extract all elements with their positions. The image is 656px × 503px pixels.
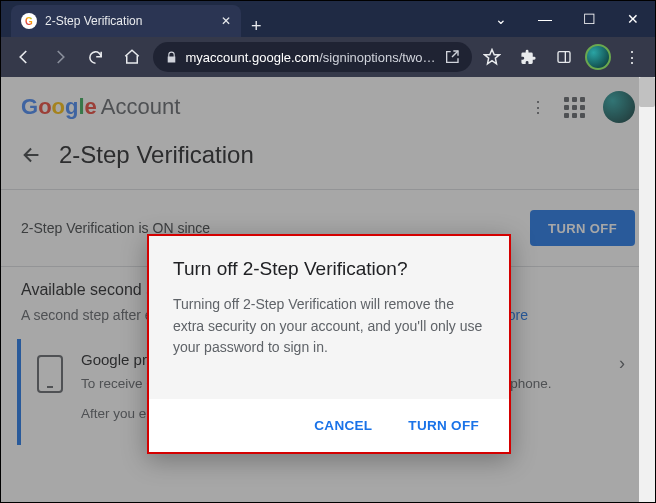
- vertical-scrollbar[interactable]: [639, 77, 655, 502]
- window-close-icon[interactable]: ✕: [611, 1, 655, 37]
- window-minimize-icon[interactable]: ―: [523, 1, 567, 37]
- nav-home-icon[interactable]: [117, 42, 147, 72]
- window-controls: ⌄ ― ☐ ✕: [479, 1, 655, 37]
- confirm-dialog: Turn off 2-Step Verification? Turning of…: [147, 234, 511, 454]
- confirm-turn-off-button[interactable]: TURN OFF: [402, 417, 485, 434]
- tab-title: 2-Step Verification: [45, 14, 142, 28]
- nav-back-icon[interactable]: [9, 42, 39, 72]
- browser-toolbar: myaccount.google.com/signinoptions/two… …: [1, 37, 655, 77]
- sidepanel-icon[interactable]: [549, 42, 579, 72]
- lock-icon: [165, 51, 178, 64]
- cancel-button[interactable]: CANCEL: [308, 417, 378, 434]
- dialog-title: Turn off 2-Step Verification?: [173, 258, 485, 280]
- window-dropdown-icon[interactable]: ⌄: [479, 1, 523, 37]
- tab-close-icon[interactable]: ✕: [221, 14, 231, 28]
- page-content: GoogleAccount ⋮ 2-Step Verification 2-St…: [1, 77, 655, 502]
- browser-tab[interactable]: G 2-Step Verification ✕: [11, 5, 241, 37]
- bookmark-star-icon[interactable]: [478, 42, 508, 72]
- extensions-icon[interactable]: [513, 42, 543, 72]
- new-tab-button[interactable]: +: [241, 16, 272, 37]
- tab-favicon: G: [21, 13, 37, 29]
- url-text: myaccount.google.com/signinoptions/two…: [186, 50, 436, 65]
- dialog-body-text: Turning off 2-Step Verification will rem…: [173, 294, 485, 359]
- nav-forward-icon: [45, 42, 75, 72]
- profile-avatar[interactable]: [585, 44, 611, 70]
- url-bar[interactable]: myaccount.google.com/signinoptions/two…: [153, 42, 472, 72]
- browser-titlebar: G 2-Step Verification ✕ + ⌄ ― ☐ ✕: [1, 1, 655, 37]
- window-maximize-icon[interactable]: ☐: [567, 1, 611, 37]
- nav-reload-icon[interactable]: [81, 42, 111, 72]
- window-frame: G 2-Step Verification ✕ + ⌄ ― ☐ ✕ my: [0, 0, 656, 503]
- share-icon[interactable]: [444, 49, 460, 65]
- svg-rect-0: [558, 52, 570, 63]
- browser-menu-icon[interactable]: ⋮: [617, 42, 647, 72]
